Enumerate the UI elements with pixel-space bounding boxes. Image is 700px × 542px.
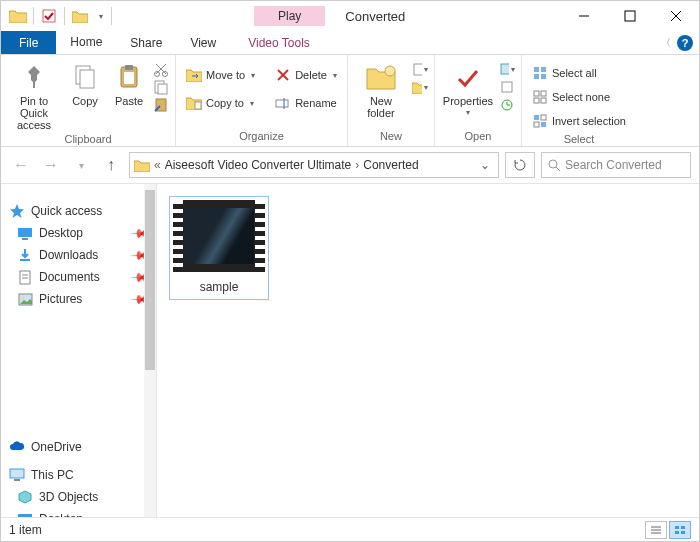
view-thumbnails-button[interactable]: [669, 521, 691, 539]
sidebar-thispc[interactable]: This PC: [5, 464, 152, 486]
pin-quick-access-button[interactable]: Pin to Quick access: [7, 59, 61, 131]
history-icon[interactable]: [499, 97, 515, 113]
refresh-button[interactable]: [505, 152, 535, 178]
sidebar-item-documents[interactable]: Documents📌: [5, 266, 152, 288]
move-to-icon: [186, 67, 202, 83]
svg-rect-0: [43, 10, 55, 22]
file-item[interactable]: sample: [169, 196, 269, 300]
new-folder-icon: [365, 61, 397, 93]
svg-rect-7: [80, 70, 94, 88]
svg-point-38: [549, 160, 557, 168]
sidebar-item-desktop2[interactable]: Desktop: [5, 508, 152, 517]
folder-icon: [7, 5, 29, 27]
paste-shortcut-icon[interactable]: [153, 97, 169, 113]
svg-rect-31: [541, 91, 546, 96]
star-icon: [9, 203, 25, 219]
paste-icon: [113, 61, 145, 93]
help-icon[interactable]: ?: [677, 35, 693, 51]
svg-point-21: [385, 66, 395, 76]
file-name: sample: [200, 278, 239, 296]
move-to-button[interactable]: Move to: [182, 65, 259, 85]
search-icon: [548, 159, 561, 172]
new-folder-button[interactable]: New folder: [354, 59, 408, 119]
breadcrumb[interactable]: Aiseesoft Video Converter Ultimate: [165, 158, 352, 172]
cut-icon[interactable]: [153, 61, 169, 77]
minimize-button[interactable]: [561, 1, 607, 31]
sidebar-item-pictures[interactable]: Pictures📌: [5, 288, 152, 310]
copy-icon: [69, 61, 101, 93]
invert-selection-button[interactable]: Invert selection: [528, 111, 630, 131]
sidebar-item-downloads[interactable]: Downloads📌: [5, 244, 152, 266]
desktop-icon: [17, 511, 33, 517]
svg-rect-56: [675, 531, 679, 534]
address-bar[interactable]: « Aiseesoft Video Converter Ultimate › C…: [129, 152, 499, 178]
svg-rect-29: [541, 74, 546, 79]
close-button[interactable]: [653, 1, 699, 31]
group-select: Select all Select none Invert selection …: [522, 55, 636, 146]
copy-to-button[interactable]: Copy to: [182, 93, 259, 113]
svg-rect-30: [534, 91, 539, 96]
svg-rect-16: [195, 102, 201, 109]
pin-icon: [18, 61, 50, 93]
video-thumbnail-icon: [173, 200, 265, 272]
properties-checkbox-icon[interactable]: [38, 5, 60, 27]
search-input[interactable]: Search Converted: [541, 152, 691, 178]
item-count: 1 item: [9, 523, 42, 537]
tab-home[interactable]: Home: [56, 31, 116, 54]
delete-button[interactable]: Delete: [271, 65, 341, 85]
folder-small-icon[interactable]: [69, 5, 91, 27]
edit-icon[interactable]: [499, 79, 515, 95]
tab-video-tools[interactable]: Video Tools: [234, 31, 324, 54]
sidebar-quick-access[interactable]: Quick access: [5, 200, 152, 222]
desktop-icon: [17, 225, 33, 241]
up-button[interactable]: ↑: [99, 153, 123, 177]
rename-icon: [275, 95, 291, 111]
copy-to-icon: [186, 95, 202, 111]
ribbon-collapse-icon[interactable]: 〈: [661, 36, 671, 50]
svg-rect-32: [534, 98, 539, 103]
download-icon: [17, 247, 33, 263]
svg-point-11: [155, 72, 160, 77]
breadcrumb[interactable]: Converted: [363, 158, 418, 172]
sidebar-item-3d[interactable]: 3D Objects: [5, 486, 152, 508]
svg-rect-55: [681, 526, 685, 529]
content-area: Quick access Desktop📌 Downloads📌 Documen…: [1, 183, 699, 517]
select-none-button[interactable]: Select none: [528, 87, 630, 107]
folder-icon: [134, 157, 150, 173]
maximize-button[interactable]: [607, 1, 653, 31]
cube-icon: [17, 489, 33, 505]
easy-access-icon[interactable]: [412, 79, 428, 95]
copy-button[interactable]: Copy: [65, 59, 105, 107]
file-list[interactable]: sample: [157, 184, 699, 517]
tab-file[interactable]: File: [1, 31, 56, 54]
svg-rect-2: [625, 11, 635, 21]
new-item-icon[interactable]: [412, 61, 428, 77]
ribbon-tabs: File Home Share View Video Tools 〈 ?: [1, 31, 699, 55]
tab-share[interactable]: Share: [116, 31, 176, 54]
paste-button[interactable]: Paste: [109, 59, 149, 107]
select-all-button[interactable]: Select all: [528, 63, 630, 83]
back-button[interactable]: ←: [9, 153, 33, 177]
address-dropdown-icon[interactable]: ⌄: [476, 158, 494, 172]
document-icon: [17, 269, 33, 285]
svg-rect-14: [158, 84, 167, 94]
group-clipboard: Pin to Quick access Copy Paste Clipboard: [1, 55, 176, 146]
recent-dropdown[interactable]: ▾: [69, 153, 93, 177]
svg-line-39: [556, 167, 560, 171]
forward-button[interactable]: →: [39, 153, 63, 177]
sidebar-scrollbar[interactable]: [144, 184, 156, 517]
copy-path-icon[interactable]: [153, 79, 169, 95]
svg-rect-27: [541, 67, 546, 72]
titlebar: Play Converted: [1, 1, 699, 31]
view-details-button[interactable]: [645, 521, 667, 539]
select-none-icon: [532, 89, 548, 105]
properties-button[interactable]: Properties ▾: [441, 59, 495, 118]
qat-dropdown-icon[interactable]: [93, 5, 107, 27]
status-bar: 1 item: [1, 517, 699, 541]
sidebar-onedrive[interactable]: OneDrive: [5, 436, 152, 458]
rename-button[interactable]: Rename: [271, 93, 341, 113]
sidebar-item-desktop[interactable]: Desktop📌: [5, 222, 152, 244]
group-organize: Move to Copy to Delete Rename Organize: [176, 55, 348, 146]
open-icon[interactable]: [499, 61, 515, 77]
tab-view[interactable]: View: [176, 31, 230, 54]
